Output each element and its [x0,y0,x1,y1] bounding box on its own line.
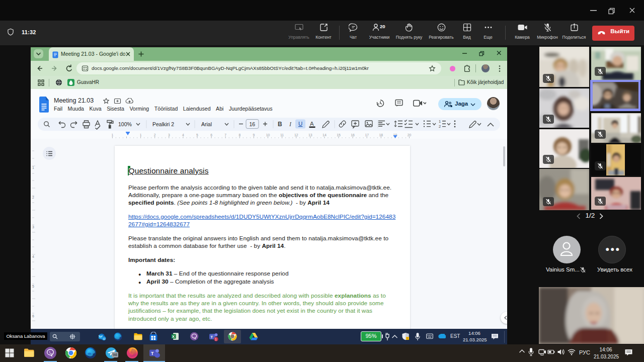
svg-text:!: ! [407,337,408,340]
svg-text:Pealkiri 2: Pealkiri 2 [152,121,174,127]
svg-text:1: 1 [215,337,217,341]
svg-text:T: T [151,351,154,356]
svg-text:11: 11 [280,133,284,137]
svg-text:6: 6 [210,133,212,137]
svg-text:1: 1 [140,133,142,137]
svg-text:100%: 100% [118,121,132,127]
svg-text:Arial: Arial [201,121,212,127]
svg-text:16: 16 [351,133,355,137]
svg-text:12: 12 [294,133,298,137]
svg-text:13: 13 [308,133,312,137]
svg-text:4: 4 [32,255,34,258]
svg-text:3: 3 [168,133,170,137]
svg-text:18: 18 [379,133,383,137]
svg-text:2: 2 [439,124,441,129]
svg-text:A: A [310,121,314,127]
svg-text:3: 3 [32,225,34,229]
svg-text:5: 5 [196,133,198,137]
svg-text:5: 5 [32,285,34,288]
svg-text:2: 2 [154,133,156,137]
svg-text:10: 10 [266,133,270,137]
svg-text:9: 9 [253,133,255,137]
svg-text:6: 6 [32,314,34,318]
svg-text:T: T [211,335,213,339]
svg-text:15: 15 [337,133,341,137]
svg-text:1: 1 [32,166,34,169]
svg-text:1: 1 [112,133,114,137]
svg-text:7: 7 [224,133,226,137]
svg-text:O: O [103,337,106,340]
svg-text:I: I [289,121,292,128]
svg-text:2: 2 [32,196,34,199]
svg-text:17: 17 [365,133,369,137]
svg-text:X: X [172,334,175,339]
svg-text:1: 1 [439,119,441,124]
svg-text:14: 14 [323,133,327,137]
svg-text:16: 16 [250,121,256,127]
svg-text:U: U [298,121,302,127]
svg-text:8: 8 [238,133,240,137]
svg-text:20: 20 [408,133,412,137]
svg-text:4: 4 [182,133,184,137]
svg-text:B: B [278,121,282,128]
svg-text:20: 20 [380,24,385,29]
